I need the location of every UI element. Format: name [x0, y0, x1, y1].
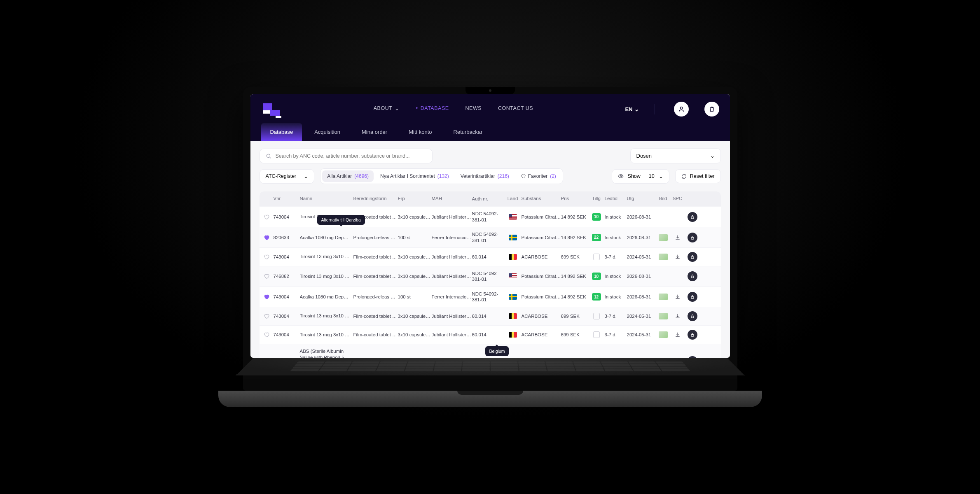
brand-logo[interactable]	[261, 101, 282, 117]
table-row[interactable]: 743004 Acalka 1080 mg DepTab Prolonged-r…	[260, 287, 721, 307]
thumbnail-icon[interactable]	[659, 331, 668, 338]
cell-pris: 14 892 SEK	[561, 274, 588, 279]
svg-point-0	[680, 107, 682, 109]
cell-namn[interactable]: Acalka 1080 mg DepTab	[300, 235, 353, 240]
pill-favoriter[interactable]: Favoriter (2)	[516, 170, 561, 182]
cell-bild	[656, 294, 671, 300]
cell-land	[504, 313, 522, 319]
table-row[interactable]: 746862 Tirosint 13 mcg 3x10 caps Film-co…	[260, 266, 721, 287]
tooltip: Belgium	[485, 346, 509, 356]
download-button[interactable]	[675, 254, 681, 260]
favorite-toggle[interactable]	[264, 313, 269, 319]
table-row[interactable]: 743004 Tirosint 13 mcg 3x10 caps Film-co…	[260, 325, 721, 344]
th-ledtid[interactable]: Ledtid	[605, 196, 627, 202]
download-button[interactable]	[675, 332, 681, 338]
cell-namn[interactable]: Acalka 1080 mg DepTab	[300, 294, 353, 299]
table-row[interactable]: 820633 Acalka 1080 mg DepTab Prolonged-r…	[260, 227, 721, 247]
flag-icon	[509, 332, 517, 338]
subtab-minaorder[interactable]: Mina order	[353, 123, 396, 141]
subtab-returbackar[interactable]: Returbackar	[444, 123, 492, 141]
thumbnail-icon[interactable]	[659, 234, 668, 241]
atc-register-select[interactable]: ATC-Register ⌄	[260, 169, 315, 184]
lock-button[interactable]	[688, 311, 697, 321]
pill-nya-artiklar[interactable]: Nya Artiklar I Sortimentet (132)	[375, 170, 454, 182]
cell-frp: 100 st	[398, 235, 432, 240]
th-beredningsform[interactable]: Beredningsform	[353, 196, 398, 202]
favorite-toggle[interactable]	[264, 254, 269, 260]
cell-mah: Jubilant Hollister …	[432, 314, 472, 319]
nav-news[interactable]: NEWS	[465, 105, 482, 113]
download-button[interactable]	[675, 294, 681, 300]
subtab-database[interactable]: Database	[261, 123, 302, 141]
th-utg[interactable]: Utg	[627, 196, 656, 202]
thumbnail-icon[interactable]	[659, 254, 668, 260]
th-bild[interactable]: Bild	[656, 196, 671, 202]
search-input[interactable]	[276, 153, 426, 159]
user-icon	[678, 106, 685, 112]
download-button[interactable]	[675, 235, 681, 240]
cell-namn[interactable]: Tirosint 13 mcg 3x10 capsi	[300, 254, 353, 260]
show-count-select[interactable]: Show 10 ⌄	[612, 169, 669, 184]
cell-tillg: 12	[588, 293, 605, 301]
pill-veterinar[interactable]: Veterinärartiklar (216)	[456, 170, 514, 182]
subtab-mittkonto[interactable]: Mitt konto	[400, 123, 441, 141]
th-mah[interactable]: MAH	[432, 196, 472, 202]
lock-button[interactable]	[688, 252, 697, 262]
language-selector[interactable]: EN⌄	[625, 106, 639, 112]
nav-contact[interactable]: CONTACT US	[498, 105, 533, 113]
thumbnail-icon[interactable]	[659, 294, 668, 300]
nav-database[interactable]: DATABASE	[416, 105, 449, 113]
thumbnail-icon[interactable]	[659, 313, 668, 319]
table-row[interactable]: 743004 Tirosint 13 mcg 3x10 capsi Film-c…	[260, 307, 721, 325]
th-land[interactable]: Land	[504, 196, 522, 202]
th-vnr[interactable]: Vnr	[274, 196, 300, 202]
th-substans[interactable]: Substans	[522, 196, 561, 202]
nav-about[interactable]: ABOUT⌄	[374, 105, 400, 113]
svg-rect-8	[691, 316, 694, 318]
th-spc[interactable]: SPC	[671, 196, 685, 202]
cell-land	[504, 254, 522, 260]
cell-tillg: 22	[588, 234, 605, 241]
cell-spc	[671, 254, 685, 260]
table-header: Vnr Namn Beredningsform Frp MAH Auth nr.…	[260, 191, 721, 206]
download-button[interactable]	[675, 313, 681, 319]
favorite-toggle[interactable]	[264, 294, 269, 300]
subtab-acquisition[interactable]: Acquisition	[305, 123, 349, 141]
search-input-wrapper[interactable]	[260, 149, 433, 163]
lock-button[interactable]	[688, 212, 697, 222]
cell-utg: 2026-08-31	[627, 235, 656, 240]
heart-icon	[521, 174, 526, 179]
cell-namn[interactable]: Tirosint 13 mcg 3x10 capsi	[300, 313, 353, 319]
cell-ledtid: 3-7 d.	[605, 332, 627, 337]
filter-pills: Alla Artiklar (4696) Nya Artiklar I Sort…	[320, 168, 563, 184]
svg-rect-4	[691, 237, 694, 239]
lock-button[interactable]	[688, 292, 697, 302]
th-tillg[interactable]: Tillg	[588, 196, 605, 202]
pill-alla-artiklar[interactable]: Alla Artiklar (4696)	[322, 170, 374, 182]
cell-tillg	[588, 254, 605, 260]
table-row[interactable]: 743004 Tirosint 13 mcg 3x10 capsi Film-c…	[260, 247, 721, 266]
favorite-toggle[interactable]	[264, 214, 269, 220]
lock-button[interactable]	[688, 330, 697, 340]
th-namn[interactable]: Namn	[300, 196, 353, 202]
lock-button[interactable]	[688, 233, 697, 242]
cell-substans: ACARBOSE	[522, 332, 561, 337]
dosen-select[interactable]: Dosen ⌄	[630, 148, 721, 163]
cell-namn[interactable]: Tirosint 13 mcg 3x10 caps	[300, 274, 353, 279]
lock-button[interactable]	[688, 271, 697, 281]
favorite-toggle[interactable]	[264, 332, 269, 338]
favorite-toggle[interactable]	[264, 235, 269, 240]
cell-land	[504, 332, 522, 338]
cart-button[interactable]	[704, 102, 719, 117]
cell-auth: 60.014	[472, 332, 504, 338]
cell-namn[interactable]: ABS (Sterile Albumin Saline with Phenol)…	[300, 348, 353, 358]
th-frp[interactable]: Frp	[398, 196, 432, 202]
reset-filter-button[interactable]: Reset filter	[675, 169, 721, 183]
favorite-toggle[interactable]	[264, 273, 269, 279]
th-auth[interactable]: Auth nr.	[472, 196, 504, 202]
cell-mah: Jubilant Hollister …	[432, 254, 472, 259]
th-pris[interactable]: Pris	[561, 196, 588, 202]
cell-vnr: 820633	[274, 235, 300, 240]
account-button[interactable]	[674, 102, 689, 117]
cell-namn[interactable]: Tirosint 13 mcg 3x10 caps	[300, 332, 353, 337]
